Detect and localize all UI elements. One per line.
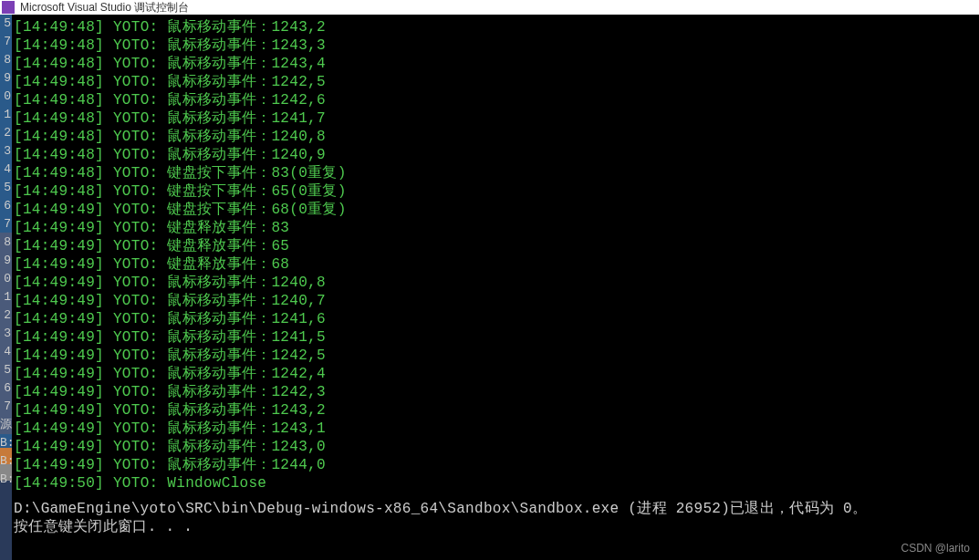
gutter-number: 8 xyxy=(0,233,12,252)
gutter-number: 5 xyxy=(0,361,12,379)
log-line: [14:49:49] YOTO: 键盘释放事件：68 xyxy=(14,255,977,274)
watermark: CSDN @larito xyxy=(901,542,970,555)
log-prefix: YOTO: xyxy=(113,256,159,273)
log-prefix: YOTO: xyxy=(113,457,159,473)
log-prefix: YOTO: xyxy=(113,475,159,492)
log-message: 鼠标移动事件：1241,6 xyxy=(167,311,326,327)
gutter-number: 6 xyxy=(0,379,12,398)
gutter-number: 6 xyxy=(0,197,12,215)
log-line: [14:49:49] YOTO: 键盘释放事件：65 xyxy=(14,237,977,255)
log-line: [14:49:49] YOTO: 键盘按下事件：68(0重复) xyxy=(14,201,977,219)
log-message: 键盘按下事件：68(0重复) xyxy=(167,202,346,218)
log-message: 鼠标移动事件：1241,7 xyxy=(167,110,326,127)
log-line: [14:49:49] YOTO: 鼠标移动事件：1240,8 xyxy=(14,274,977,292)
log-prefix: YOTO: xyxy=(113,420,159,437)
log-timestamp: [14:49:49] xyxy=(14,366,104,382)
log-timestamp: [14:49:49] xyxy=(14,256,104,273)
log-message: 鼠标移动事件：1242,4 xyxy=(167,366,326,382)
gutter-number: 源 xyxy=(0,416,12,434)
log-prefix: YOTO: xyxy=(113,366,159,382)
log-prefix: YOTO: xyxy=(113,347,159,364)
log-line: [14:49:49] YOTO: 鼠标移动事件：1241,6 xyxy=(14,310,977,328)
log-timestamp: [14:49:48] xyxy=(14,74,104,90)
log-line: [14:49:49] YOTO: 鼠标移动事件：1240,7 xyxy=(14,292,977,310)
gutter-number: 7 xyxy=(0,215,12,233)
editor-gutter: 5789012345678901234567源B:B:B: xyxy=(0,15,12,560)
log-timestamp: [14:49:48] xyxy=(14,165,104,181)
console-output[interactable]: [14:49:48] YOTO: 鼠标移动事件：1243,2[14:49:48]… xyxy=(12,15,979,560)
log-prefix: YOTO: xyxy=(113,165,159,181)
log-timestamp: [14:49:49] xyxy=(14,202,104,218)
gutter-number: 5 xyxy=(0,179,12,197)
log-timestamp: [14:49:49] xyxy=(14,439,104,455)
gutter-number: 3 xyxy=(0,142,12,161)
log-message: 鼠标移动事件：1240,8 xyxy=(167,275,326,291)
log-timestamp: [14:49:48] xyxy=(14,92,104,109)
log-timestamp: [14:49:48] xyxy=(14,110,104,127)
gutter-number: B: xyxy=(0,471,12,489)
log-timestamp: [14:49:49] xyxy=(14,311,104,327)
log-timestamp: [14:49:49] xyxy=(14,457,104,473)
log-message: 鼠标移动事件：1240,9 xyxy=(167,147,326,163)
gutter-number: 1 xyxy=(0,288,12,306)
log-prefix: YOTO: xyxy=(113,293,159,309)
log-line: [14:49:48] YOTO: 鼠标移动事件：1243,2 xyxy=(14,18,977,36)
log-timestamp: [14:49:49] xyxy=(14,275,104,291)
gutter-number: 3 xyxy=(0,325,12,343)
log-prefix: YOTO: xyxy=(113,311,159,327)
log-line: [14:49:48] YOTO: 鼠标移动事件：1242,5 xyxy=(14,73,977,91)
log-message: 鼠标移动事件：1242,5 xyxy=(167,347,326,364)
log-line: [14:49:48] YOTO: 鼠标移动事件：1240,9 xyxy=(14,146,977,164)
log-prefix: YOTO: xyxy=(113,129,159,145)
gutter-number: 7 xyxy=(0,398,12,416)
log-message: 鼠标移动事件：1244,0 xyxy=(167,457,326,473)
log-timestamp: [14:49:48] xyxy=(14,147,104,163)
log-line: [14:49:48] YOTO: 鼠标移动事件：1243,3 xyxy=(14,36,977,55)
log-timestamp: [14:49:49] xyxy=(14,347,104,364)
log-timestamp: [14:49:48] xyxy=(14,37,104,54)
log-prefix: YOTO: xyxy=(113,238,159,254)
log-timestamp: [14:49:49] xyxy=(14,293,104,309)
log-message: 键盘按下事件：65(0重复) xyxy=(167,183,346,200)
log-message: 鼠标移动事件：1243,4 xyxy=(167,56,326,72)
log-prefix: YOTO: xyxy=(113,147,159,163)
log-prefix: YOTO: xyxy=(113,439,159,455)
log-line: [14:49:48] YOTO: 键盘按下事件：65(0重复) xyxy=(14,182,977,201)
gutter-number: 4 xyxy=(0,161,12,179)
log-line: [14:49:48] YOTO: 鼠标移动事件：1242,6 xyxy=(14,91,977,109)
log-timestamp: [14:49:49] xyxy=(14,220,104,236)
log-message: 鼠标移动事件：1243,2 xyxy=(167,402,326,419)
gutter-number: 7 xyxy=(0,33,12,51)
log-prefix: YOTO: xyxy=(113,384,159,400)
log-timestamp: [14:49:48] xyxy=(14,129,104,145)
log-message: 键盘释放事件：65 xyxy=(167,238,289,254)
log-message: 鼠标移动事件：1241,5 xyxy=(167,329,326,346)
log-line: [14:49:50] YOTO: WindowClose xyxy=(14,474,977,493)
log-timestamp: [14:49:49] xyxy=(14,402,104,419)
gutter-number: 0 xyxy=(0,270,12,288)
gutter-number: 9 xyxy=(0,252,12,270)
log-line: [14:49:49] YOTO: 鼠标移动事件：1242,5 xyxy=(14,347,977,365)
log-timestamp: [14:49:48] xyxy=(14,56,104,72)
title-bar: Microsoft Visual Studio 调试控制台 xyxy=(0,0,979,15)
log-prefix: YOTO: xyxy=(113,37,159,54)
log-line: [14:49:49] YOTO: 鼠标移动事件：1243,0 xyxy=(14,438,977,456)
log-message: 鼠标移动事件：1243,2 xyxy=(167,19,326,36)
gutter-number: 8 xyxy=(0,51,12,69)
press-any-key-prompt: 按任意键关闭此窗口. . . xyxy=(14,518,977,536)
log-message: 鼠标移动事件：1242,6 xyxy=(167,92,326,109)
log-timestamp: [14:49:49] xyxy=(14,238,104,254)
log-line: [14:49:49] YOTO: 鼠标移动事件：1244,0 xyxy=(14,456,977,474)
log-message: 鼠标移动事件：1240,7 xyxy=(167,293,326,309)
gutter-number: B: xyxy=(0,452,12,471)
gutter-number: B: xyxy=(0,434,12,452)
log-prefix: YOTO: xyxy=(113,183,159,200)
log-prefix: YOTO: xyxy=(113,329,159,346)
log-line: [14:49:48] YOTO: 鼠标移动事件：1243,4 xyxy=(14,55,977,73)
log-timestamp: [14:49:48] xyxy=(14,19,104,36)
window-title: Microsoft Visual Studio 调试控制台 xyxy=(20,0,189,16)
log-prefix: YOTO: xyxy=(113,220,159,236)
log-message: WindowClose xyxy=(167,475,266,492)
log-line: [14:49:48] YOTO: 鼠标移动事件：1241,7 xyxy=(14,109,977,128)
log-prefix: YOTO: xyxy=(113,275,159,291)
